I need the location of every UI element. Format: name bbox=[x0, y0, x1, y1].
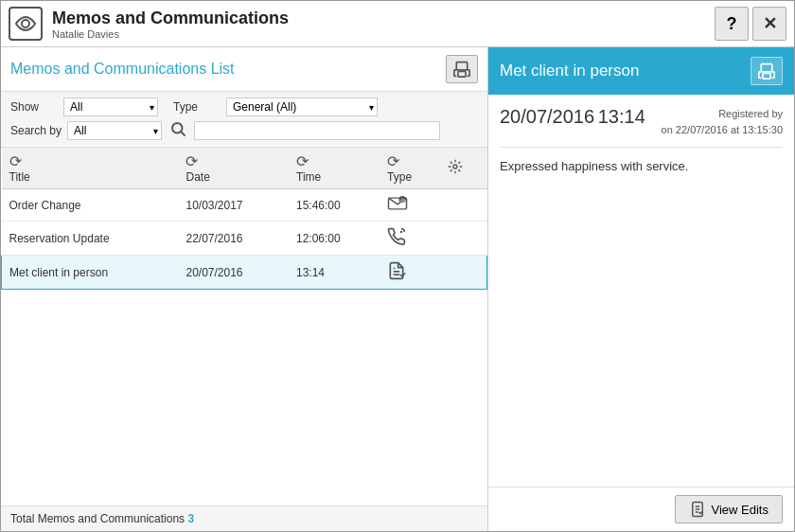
close-button[interactable]: ✕ bbox=[752, 7, 786, 41]
row-time: 15:46:00 bbox=[289, 189, 380, 222]
row-extra bbox=[440, 222, 486, 256]
footer-count: 3 bbox=[187, 512, 194, 525]
type-select[interactable]: General (All) bbox=[226, 98, 378, 116]
search-button[interactable] bbox=[168, 120, 188, 141]
detail-footer: View Edits bbox=[488, 487, 794, 531]
left-panel: Memos and Communications List Show bbox=[1, 47, 488, 531]
col-title-label: Title bbox=[9, 170, 30, 184]
window-subtitle: Natalie Davies bbox=[52, 28, 289, 40]
svg-rect-11 bbox=[761, 64, 771, 72]
row-type-icon bbox=[380, 222, 440, 256]
show-label: Show bbox=[10, 100, 58, 114]
detail-print-button[interactable] bbox=[751, 57, 783, 85]
col-header-date: ⟳ Date bbox=[178, 148, 289, 189]
svg-text:@: @ bbox=[400, 198, 405, 204]
window-icon bbox=[9, 7, 43, 41]
col-header-type: ⟳ Type bbox=[380, 148, 440, 189]
type-select-wrapper: General (All) bbox=[226, 98, 378, 116]
search-input[interactable] bbox=[194, 121, 440, 140]
row-type-icon bbox=[380, 256, 440, 290]
sync-icon-title: ⟳ bbox=[9, 153, 22, 169]
title-bar-left: Memos and Communications Natalie Davies bbox=[9, 7, 289, 41]
row-time: 13:14 bbox=[289, 256, 380, 290]
svg-point-3 bbox=[172, 123, 183, 133]
title-bar-buttons: ? ✕ bbox=[715, 7, 786, 41]
col-date-label: Date bbox=[186, 170, 209, 184]
table-row[interactable]: Order Change 10/03/2017 15:46:00 @ bbox=[2, 189, 487, 222]
note-icon bbox=[387, 261, 406, 280]
svg-point-0 bbox=[22, 20, 29, 27]
view-edits-label: View Edits bbox=[712, 503, 768, 517]
svg-line-4 bbox=[181, 132, 185, 135]
detail-description: Expressed happiness with service. bbox=[500, 159, 783, 173]
search-by-label: Search by bbox=[10, 124, 62, 137]
show-select[interactable]: All bbox=[63, 98, 158, 116]
table-row[interactable]: Reservation Update 22/07/2016 12:06:00 bbox=[2, 222, 487, 256]
title-text: Memos and Communications Natalie Davies bbox=[52, 9, 289, 40]
main-content: Memos and Communications List Show bbox=[1, 47, 794, 531]
registered-on: on 22/07/2016 at 13:15:30 bbox=[662, 122, 783, 138]
col-header-title: ⟳ Title bbox=[2, 148, 179, 189]
phone-icon bbox=[387, 227, 406, 246]
title-bar: Memos and Communications Natalie Davies … bbox=[1, 1, 794, 47]
row-date: 10/03/2017 bbox=[178, 189, 289, 222]
table-header-row: ⟳ Title ⟳ Date ⟳ Time bbox=[2, 148, 487, 189]
search-by-select[interactable]: All bbox=[67, 121, 162, 140]
sync-icon-type: ⟳ bbox=[387, 153, 399, 169]
table-area: ⟳ Title ⟳ Date ⟳ Time bbox=[1, 148, 487, 505]
detail-body: 20/07/2016 13:14 Registered by on 22/07/… bbox=[488, 95, 794, 487]
row-extra bbox=[440, 256, 486, 290]
help-button[interactable]: ? bbox=[715, 7, 749, 41]
left-panel-print-button[interactable] bbox=[446, 55, 478, 83]
email-icon: @ bbox=[387, 195, 408, 212]
svg-rect-12 bbox=[763, 73, 770, 79]
footer-label: Total Memos and Communications bbox=[10, 512, 185, 525]
row-date: 22/07/2016 bbox=[178, 222, 289, 256]
view-edits-button[interactable]: View Edits bbox=[675, 495, 783, 523]
registered-by-label: Registered by bbox=[662, 106, 783, 122]
view-edits-icon bbox=[689, 501, 706, 518]
col-type-label: Type bbox=[387, 170, 412, 184]
col-header-time: ⟳ Time bbox=[289, 148, 380, 189]
detail-time: 13:14 bbox=[598, 106, 645, 127]
memos-table: ⟳ Title ⟳ Date ⟳ Time bbox=[1, 148, 487, 290]
detail-datetime: 20/07/2016 13:14 bbox=[500, 106, 645, 128]
svg-point-5 bbox=[453, 165, 457, 168]
filters-area: Show All Type General (All) Search by bbox=[1, 92, 487, 148]
row-title: Order Change bbox=[2, 189, 179, 222]
row-date: 20/07/2016 bbox=[178, 256, 289, 290]
type-label: Type bbox=[173, 100, 221, 114]
right-panel: Met client in person 20/07/2016 13:14 bbox=[488, 47, 794, 531]
main-window: Memos and Communications Natalie Davies … bbox=[0, 0, 795, 532]
detail-date-row: 20/07/2016 13:14 Registered by on 22/07/… bbox=[500, 106, 783, 148]
settings-icon bbox=[448, 159, 463, 174]
filter-row-2: Search by All bbox=[10, 120, 478, 141]
col-header-extra bbox=[440, 148, 486, 189]
detail-title: Met client in person bbox=[500, 62, 639, 80]
sync-icon-time: ⟳ bbox=[296, 153, 309, 169]
row-title: Met client in person bbox=[2, 256, 179, 290]
table-row[interactable]: Met client in person 20/07/2016 13:14 bbox=[2, 256, 487, 290]
col-time-label: Time bbox=[296, 170, 321, 184]
detail-date: 20/07/2016 bbox=[500, 106, 594, 127]
row-time: 12:06:00 bbox=[289, 222, 380, 256]
svg-rect-1 bbox=[456, 62, 467, 70]
show-select-wrapper: All bbox=[63, 98, 158, 116]
filter-row-1: Show All Type General (All) bbox=[10, 98, 478, 116]
window-title: Memos and Communications bbox=[52, 9, 289, 28]
panel-title: Memos and Communications List bbox=[10, 61, 235, 78]
sync-icon-date: ⟳ bbox=[186, 153, 198, 169]
left-panel-footer: Total Memos and Communications 3 bbox=[1, 505, 487, 531]
row-title: Reservation Update bbox=[2, 222, 179, 256]
svg-rect-2 bbox=[458, 71, 466, 77]
panel-header: Memos and Communications List bbox=[1, 47, 487, 92]
row-type-icon: @ bbox=[380, 189, 440, 222]
detail-header: Met client in person bbox=[488, 47, 794, 95]
row-extra bbox=[440, 189, 486, 222]
registered-by: Registered by on 22/07/2016 at 13:15:30 bbox=[662, 106, 783, 137]
search-by-select-wrapper: All bbox=[67, 121, 162, 140]
